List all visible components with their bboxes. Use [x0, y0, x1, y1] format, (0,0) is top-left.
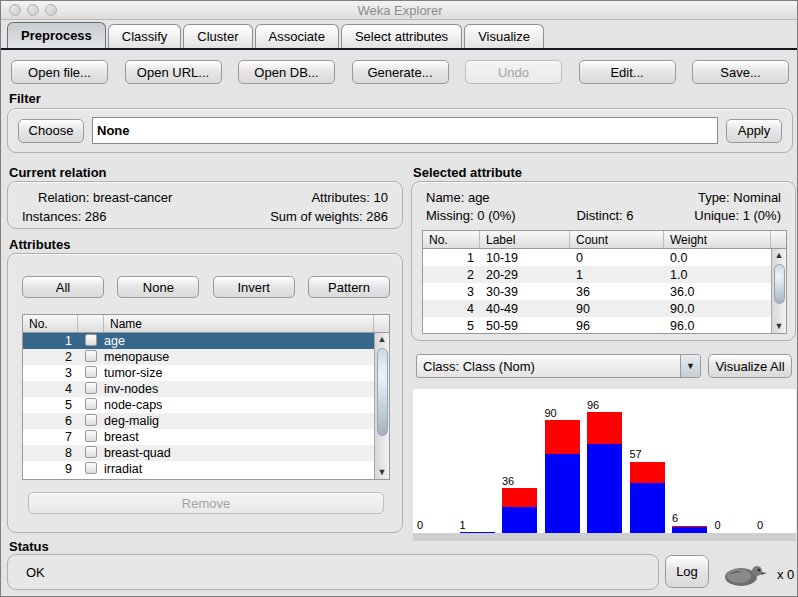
edit-button[interactable]: Edit... [579, 60, 676, 84]
value-cell: 30-39 [480, 285, 570, 299]
attribute-name: tumor-size [104, 366, 374, 380]
col-no[interactable]: No. [423, 231, 480, 248]
all-button[interactable]: All [22, 276, 104, 298]
selected-attribute-panel: Name: age Type: Nominal Missing: 0 (0%) … [411, 181, 796, 341]
bar-count-label: 36 [502, 476, 514, 487]
weka-bird-icon [719, 559, 771, 589]
filter-value-field[interactable]: None [92, 117, 718, 144]
value-cell: 90 [570, 302, 664, 316]
value-row-30-39[interactable]: 330-393636.0 [423, 283, 771, 300]
tab-classify[interactable]: Classify [108, 24, 182, 48]
attribute-row-tumor-size[interactable]: 3tumor-size [23, 365, 374, 381]
apply-button[interactable]: Apply [726, 119, 782, 143]
scrollbar-thumb[interactable] [377, 348, 388, 436]
attribute-checkbox[interactable] [85, 350, 97, 362]
tab-associate[interactable]: Associate [255, 24, 339, 48]
attribute-checkbox[interactable] [85, 446, 97, 458]
tab-cluster[interactable]: Cluster [183, 24, 252, 48]
attribute-row-breast[interactable]: 7breast [23, 429, 374, 445]
value-counts-table: No. Label Count Weight 110-1900.0220-291… [422, 230, 787, 334]
attributes-scrollbar[interactable]: ▲ ▼ [374, 333, 389, 479]
col-check[interactable] [78, 315, 104, 332]
attr-type: Type: Nominal [698, 190, 781, 205]
value-row-20-29[interactable]: 220-2911.0 [423, 266, 771, 283]
value-counts-header: No. Label Count Weight [423, 231, 786, 249]
histogram-baseline [413, 533, 796, 541]
attribute-no: 4 [23, 382, 78, 396]
attribute-row-node-caps[interactable]: 5node-caps [23, 397, 374, 413]
bar-count-label: 0 [417, 520, 423, 531]
value-cell: 0.0 [664, 251, 771, 265]
undo-button[interactable]: Undo [465, 60, 562, 84]
class-dropdown[interactable]: Class: Class (Nom) ▼ [416, 354, 701, 378]
scrollbar-thumb[interactable] [774, 264, 785, 304]
open-file-button[interactable]: Open file... [11, 60, 108, 84]
invert-button[interactable]: Invert [213, 276, 295, 298]
status-box: OK [7, 554, 659, 590]
col-weight[interactable]: Weight [664, 231, 771, 248]
attribute-no: 3 [23, 366, 78, 380]
value-row-50-59[interactable]: 550-599696.0 [423, 317, 771, 333]
attribute-name: inv-nodes [104, 382, 374, 396]
attribute-row-inv-nodes[interactable]: 4inv-nodes [23, 381, 374, 397]
value-cell: 0 [570, 251, 664, 265]
value-cell: 36.0 [664, 285, 771, 299]
scroll-down-icon[interactable]: ▼ [775, 320, 784, 333]
attribute-name: breast-quad [104, 446, 374, 460]
col-label[interactable]: Label [480, 231, 570, 248]
choose-button[interactable]: Choose [18, 119, 84, 143]
value-counts-rows: 110-1900.0220-2911.0330-393636.0440-4990… [423, 249, 771, 333]
none-button[interactable]: None [117, 276, 199, 298]
attribute-row-age[interactable]: 1age [23, 333, 374, 349]
value-row-10-19[interactable]: 110-1900.0 [423, 249, 771, 266]
attributes-panel: AllNoneInvertPattern No. Name 1age2menop… [7, 253, 403, 533]
save-button[interactable]: Save... [692, 60, 789, 84]
value-cell: 1 [570, 268, 664, 282]
value-cell: 40-49 [480, 302, 570, 316]
attribute-no: 6 [23, 414, 78, 428]
bar-count-label: 96 [587, 400, 599, 411]
tab-visualize[interactable]: Visualize [464, 24, 544, 48]
open-db-button[interactable]: Open DB... [238, 60, 335, 84]
scroll-down-icon[interactable]: ▼ [378, 466, 387, 479]
attribute-checkbox[interactable] [85, 462, 97, 474]
attribute-checkbox[interactable] [85, 430, 97, 442]
generate-button[interactable]: Generate... [352, 60, 449, 84]
filter-title: Filter [9, 91, 41, 106]
attribute-row-irradiat[interactable]: 9irradiat [23, 461, 374, 477]
bar-count-label: 57 [630, 449, 642, 460]
attribute-name: age [104, 334, 374, 348]
bar-red-segment [587, 412, 622, 444]
scroll-up-icon[interactable]: ▲ [378, 333, 387, 346]
visualize-all-button[interactable]: Visualize All [708, 354, 792, 378]
col-no[interactable]: No. [23, 315, 78, 332]
pattern-button[interactable]: Pattern [308, 276, 390, 298]
remove-button[interactable]: Remove [28, 492, 384, 514]
col-count[interactable]: Count [570, 231, 664, 248]
tab-preprocess[interactable]: Preprocess [7, 22, 106, 48]
histogram-bar-70-79: 6 [672, 525, 707, 533]
attributes-title: Attributes [9, 237, 70, 252]
attribute-checkbox[interactable] [85, 382, 97, 394]
chevron-down-icon[interactable]: ▼ [680, 355, 700, 377]
value-counts-scrollbar[interactable]: ▲ ▼ [771, 249, 786, 333]
attribute-row-deg-malig[interactable]: 6deg-malig [23, 413, 374, 429]
histogram-bar-90-99: 0 [757, 532, 792, 533]
col-name[interactable]: Name [104, 315, 374, 332]
instances-count: Instances: 286 [22, 209, 205, 224]
scroll-up-icon[interactable]: ▲ [775, 249, 784, 262]
tab-select-attributes[interactable]: Select attributes [341, 24, 462, 48]
log-button[interactable]: Log [665, 555, 709, 588]
attribute-checkbox[interactable] [85, 414, 97, 426]
bar-count-label: 6 [672, 513, 678, 524]
filter-panel: Choose None Apply [7, 108, 793, 153]
value-row-40-49[interactable]: 440-499090.0 [423, 300, 771, 317]
attribute-name: irradiat [104, 462, 374, 476]
attribute-checkbox[interactable] [85, 366, 97, 378]
attribute-row-breast-quad[interactable]: 8breast-quad [23, 445, 374, 461]
value-cell: 90.0 [664, 302, 771, 316]
open-url-button[interactable]: Open URL... [125, 60, 222, 84]
attribute-checkbox[interactable] [85, 398, 97, 410]
attribute-row-menopause[interactable]: 2menopause [23, 349, 374, 365]
attribute-checkbox[interactable] [85, 334, 97, 346]
